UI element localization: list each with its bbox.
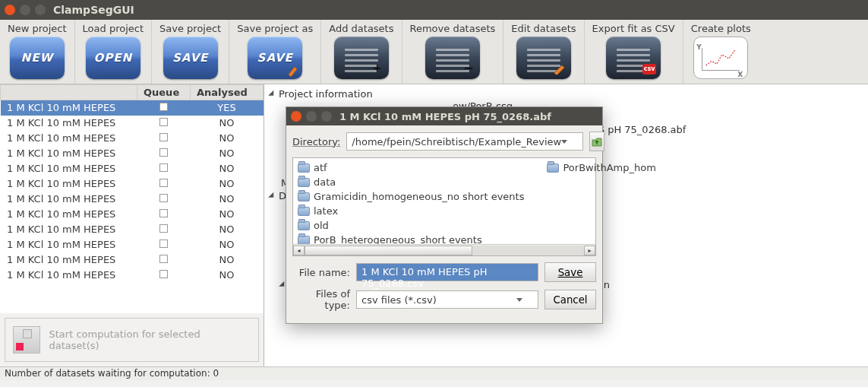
folder-name: atf (314, 162, 327, 173)
queue-checkbox[interactable] (137, 268, 191, 283)
export-fit-csv-icon: csv (606, 36, 661, 79)
dataset-name: 1 M KCl 10 mM HEPES (1, 252, 137, 268)
toolbar-label: New project (8, 23, 67, 34)
project-info-header: Project information (279, 88, 373, 100)
col-queue[interactable]: Queue (137, 85, 191, 100)
export-fit-csv-button[interactable]: Export fit as CSVcsv (585, 20, 683, 84)
chevron-down-icon (516, 298, 522, 302)
start-computation-label: Start computation for selected dataset(s… (49, 328, 251, 351)
col-name[interactable] (1, 85, 137, 100)
queue-checkbox[interactable] (137, 131, 191, 146)
dialog-title: 1 M KCl 10 mM HEPES pH 75_0268.abf (339, 111, 551, 122)
dataset-row[interactable]: 1 M KCl 10 mM HEPESNO (1, 131, 264, 146)
disclosure-icon[interactable] (268, 192, 276, 200)
dataset-row[interactable]: 1 M KCl 10 mM HEPESNO (1, 192, 264, 207)
queue-checkbox[interactable] (137, 176, 191, 192)
dataset-row[interactable]: 1 M KCl 10 mM HEPESNO (1, 146, 264, 161)
directory-label: Directory: (292, 136, 340, 148)
scrollbar-thumb[interactable] (305, 246, 472, 255)
dataset-name: 1 M KCl 10 mM HEPES (1, 207, 137, 222)
col-analysed[interactable]: Analysed (191, 85, 264, 100)
save-button[interactable]: Save (544, 262, 596, 282)
queue-checkbox[interactable] (137, 192, 191, 207)
folder-icon (298, 192, 310, 201)
dataset-name: 1 M KCl 10 mM HEPES (1, 268, 137, 283)
folder-icon (298, 221, 310, 230)
dataset-row[interactable]: 1 M KCl 10 mM HEPESNO (1, 222, 264, 237)
dataset-row[interactable]: 1 M KCl 10 mM HEPESNO (1, 116, 264, 131)
filetype-value: csv files (*.csv) (361, 294, 437, 306)
add-datasets-button[interactable]: Add datasets+ (321, 20, 402, 84)
folder-item[interactable]: data (296, 176, 526, 189)
analysed-cell: NO (191, 146, 264, 161)
folder-icon (298, 163, 310, 173)
toolbar-label: Create plots (691, 23, 751, 34)
queue-checkbox[interactable] (137, 100, 191, 116)
queue-checkbox[interactable] (137, 116, 191, 131)
dataset-name: 1 M KCl 10 mM HEPES (1, 116, 137, 131)
load-project-button[interactable]: Load projectOPEN (75, 20, 152, 84)
load-project-icon: OPEN (86, 36, 140, 79)
dataset-row[interactable]: 1 M KCl 10 mM HEPESNO (1, 161, 264, 176)
dataset-row[interactable]: 1 M KCl 10 mM HEPESNO (1, 237, 264, 252)
folder-item[interactable]: atf (296, 161, 526, 174)
save-project-as-button[interactable]: Save project asSAVE (229, 20, 321, 84)
filename-input[interactable]: 1 M KCl 10 mM HEPES pH 75_0268.csv (356, 263, 538, 281)
queue-checkbox[interactable] (137, 161, 191, 176)
window-minimize-button[interactable] (20, 5, 30, 15)
scroll-left-button[interactable]: ◂ (293, 246, 305, 255)
save-project-as-icon: SAVE (248, 36, 302, 79)
add-datasets-icon: + (334, 36, 389, 79)
toolbar-label: Add datasets (329, 23, 393, 34)
dataset-name: 1 M KCl 10 mM HEPES (1, 222, 137, 237)
analysed-cell: NO (191, 131, 264, 146)
dialog-min-button[interactable] (306, 111, 317, 122)
window-maximize-button[interactable] (35, 5, 46, 15)
queue-checkbox[interactable] (137, 237, 191, 252)
queue-checkbox[interactable] (137, 252, 191, 268)
folder-name: latex (314, 205, 338, 217)
toolbar-label: Save project as (237, 23, 313, 34)
folder-item[interactable]: latex (296, 205, 526, 217)
folder-list[interactable]: atfdataGramicidin_homogeneous_no short e… (292, 157, 596, 256)
start-computation-button[interactable]: Start computation for selected dataset(s… (5, 318, 259, 362)
dataset-row[interactable]: 1 M KCl 10 mM HEPESNO (1, 207, 264, 222)
folder-item[interactable]: Gramicidin_homogeneous_no short events (296, 190, 526, 203)
new-project-button[interactable]: New projectNEW (0, 20, 75, 84)
window-titlebar: ClampSegGUI (0, 0, 868, 20)
directory-dropdown[interactable]: /home/fpein/Schreibtisch/Example_Review (346, 132, 583, 151)
dataset-row[interactable]: 1 M KCl 10 mM HEPESNO (1, 176, 264, 192)
dataset-row[interactable]: 1 M KCl 10 mM HEPESNO (1, 268, 264, 283)
disclosure-icon[interactable] (268, 90, 276, 98)
dataset-name: 1 M KCl 10 mM HEPES (1, 100, 137, 116)
folder-item[interactable]: old (296, 219, 526, 232)
dataset-name: 1 M KCl 10 mM HEPES (1, 176, 137, 192)
dialog-close-button[interactable] (291, 111, 301, 122)
analysed-cell: NO (191, 176, 264, 192)
queue-checkbox[interactable] (137, 222, 191, 237)
folder-name: old (314, 220, 329, 231)
save-project-icon: SAVE (163, 36, 218, 79)
plot-icon: YX (693, 36, 748, 79)
cancel-button[interactable]: Cancel (544, 290, 596, 309)
window-close-button[interactable] (5, 5, 15, 15)
folder-item[interactable]: PorBwithAmp_hom (545, 161, 657, 174)
analysed-cell: NO (191, 222, 264, 237)
analysed-cell: NO (191, 161, 264, 176)
horizontal-scrollbar[interactable]: ◂ ▸ (293, 244, 595, 255)
save-project-button[interactable]: Save projectSAVE (152, 20, 229, 84)
toolbar-label: Save project (159, 23, 221, 34)
dataset-row[interactable]: 1 M KCl 10 mM HEPESNO (1, 252, 264, 268)
up-directory-button[interactable] (589, 132, 604, 151)
dataset-row[interactable]: 1 M KCl 10 mM HEPESYES (1, 100, 264, 116)
analysed-cell: NO (191, 207, 264, 222)
queue-checkbox[interactable] (137, 146, 191, 161)
scroll-right-button[interactable]: ▸ (584, 246, 595, 255)
create-plots-button[interactable]: Create plotsYX (683, 20, 759, 84)
dialog-max-button[interactable] (321, 111, 332, 122)
filetype-dropdown[interactable]: csv files (*.csv) (356, 290, 538, 309)
remove-datasets-button[interactable]: Remove datasets− (402, 20, 504, 84)
edit-datasets-button[interactable]: Edit datasets (503, 20, 584, 84)
queue-checkbox[interactable] (137, 207, 191, 222)
toolbar-label: Edit datasets (511, 23, 576, 34)
